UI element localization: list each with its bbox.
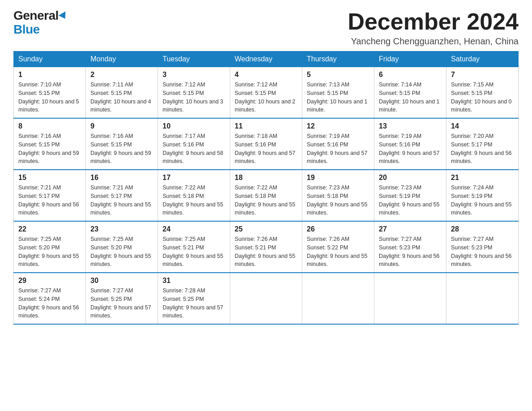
- calendar-day-cell: 8 Sunrise: 7:16 AM Sunset: 5:15 PM Dayli…: [14, 118, 86, 170]
- calendar-day-cell: 17 Sunrise: 7:22 AM Sunset: 5:18 PM Dayl…: [158, 170, 230, 221]
- calendar-day-cell: 30 Sunrise: 7:27 AM Sunset: 5:25 PM Dayl…: [86, 273, 158, 324]
- logo-blue-text: Blue: [13, 22, 40, 36]
- day-info: Sunrise: 7:23 AM Sunset: 5:18 PM Dayligh…: [307, 184, 369, 217]
- calendar-day-cell: [446, 273, 519, 324]
- calendar-day-cell: [302, 273, 374, 324]
- day-info: Sunrise: 7:16 AM Sunset: 5:15 PM Dayligh…: [18, 132, 81, 166]
- logo-arrow-icon: [58, 11, 69, 21]
- day-info: Sunrise: 7:10 AM Sunset: 5:15 PM Dayligh…: [18, 81, 81, 114]
- day-number: 24: [163, 225, 225, 233]
- day-number: 13: [379, 122, 442, 130]
- calendar-day-cell: 9 Sunrise: 7:16 AM Sunset: 5:15 PM Dayli…: [86, 118, 158, 170]
- logo: General Blue: [13, 9, 68, 37]
- calendar-header-tuesday: Tuesday: [158, 51, 230, 67]
- day-number: 10: [163, 122, 225, 130]
- day-number: 21: [451, 174, 514, 182]
- day-number: 25: [235, 225, 297, 233]
- calendar-header-row: SundayMondayTuesdayWednesdayThursdayFrid…: [14, 51, 519, 67]
- day-info: Sunrise: 7:26 AM Sunset: 5:22 PM Dayligh…: [307, 235, 369, 269]
- day-number: 29: [18, 277, 81, 285]
- calendar-header-wednesday: Wednesday: [230, 51, 302, 67]
- day-info: Sunrise: 7:14 AM Sunset: 5:15 PM Dayligh…: [379, 81, 442, 114]
- day-number: 12: [307, 122, 369, 130]
- calendar-week-row: 22 Sunrise: 7:25 AM Sunset: 5:20 PM Dayl…: [14, 221, 519, 273]
- day-info: Sunrise: 7:21 AM Sunset: 5:17 PM Dayligh…: [90, 184, 153, 217]
- calendar-day-cell: 16 Sunrise: 7:21 AM Sunset: 5:17 PM Dayl…: [86, 170, 158, 221]
- calendar-week-row: 15 Sunrise: 7:21 AM Sunset: 5:17 PM Dayl…: [14, 170, 519, 221]
- calendar-week-row: 1 Sunrise: 7:10 AM Sunset: 5:15 PM Dayli…: [14, 67, 519, 119]
- calendar-header-sunday: Sunday: [14, 51, 86, 67]
- calendar-header-saturday: Saturday: [446, 51, 519, 67]
- day-info: Sunrise: 7:26 AM Sunset: 5:21 PM Dayligh…: [235, 235, 297, 269]
- page-header: General Blue December 2024 Yancheng Chen…: [13, 9, 519, 47]
- calendar-day-cell: 15 Sunrise: 7:21 AM Sunset: 5:17 PM Dayl…: [14, 170, 86, 221]
- calendar-day-cell: [374, 273, 446, 324]
- day-info: Sunrise: 7:11 AM Sunset: 5:15 PM Dayligh…: [90, 81, 153, 114]
- day-number: 20: [379, 174, 442, 182]
- day-number: 14: [451, 122, 514, 130]
- day-info: Sunrise: 7:19 AM Sunset: 5:16 PM Dayligh…: [307, 132, 369, 166]
- day-number: 16: [90, 174, 153, 182]
- day-number: 3: [163, 71, 225, 79]
- calendar-day-cell: 21 Sunrise: 7:24 AM Sunset: 5:19 PM Dayl…: [446, 170, 519, 221]
- calendar-day-cell: 19 Sunrise: 7:23 AM Sunset: 5:18 PM Dayl…: [302, 170, 374, 221]
- day-number: 31: [163, 277, 225, 285]
- day-number: 15: [18, 174, 81, 182]
- calendar-week-row: 8 Sunrise: 7:16 AM Sunset: 5:15 PM Dayli…: [14, 118, 519, 170]
- calendar-table: SundayMondayTuesdayWednesdayThursdayFrid…: [13, 51, 519, 325]
- calendar-day-cell: 4 Sunrise: 7:12 AM Sunset: 5:15 PM Dayli…: [230, 67, 302, 119]
- day-number: 8: [18, 122, 81, 130]
- calendar-day-cell: 22 Sunrise: 7:25 AM Sunset: 5:20 PM Dayl…: [14, 221, 86, 273]
- day-number: 28: [451, 225, 514, 233]
- day-info: Sunrise: 7:18 AM Sunset: 5:16 PM Dayligh…: [235, 132, 297, 166]
- calendar-header-monday: Monday: [86, 51, 158, 67]
- day-number: 6: [379, 71, 442, 79]
- day-info: Sunrise: 7:27 AM Sunset: 5:23 PM Dayligh…: [379, 235, 442, 269]
- day-info: Sunrise: 7:19 AM Sunset: 5:16 PM Dayligh…: [379, 132, 442, 166]
- day-info: Sunrise: 7:12 AM Sunset: 5:15 PM Dayligh…: [235, 81, 297, 114]
- calendar-day-cell: 11 Sunrise: 7:18 AM Sunset: 5:16 PM Dayl…: [230, 118, 302, 170]
- title-area: December 2024 Yancheng Chengguanzhen, He…: [348, 9, 519, 47]
- month-title: December 2024: [348, 9, 519, 34]
- day-number: 4: [235, 71, 297, 79]
- day-number: 17: [163, 174, 225, 182]
- day-info: Sunrise: 7:22 AM Sunset: 5:18 PM Dayligh…: [235, 184, 297, 217]
- day-number: 19: [307, 174, 369, 182]
- calendar-day-cell: 29 Sunrise: 7:27 AM Sunset: 5:24 PM Dayl…: [14, 273, 86, 324]
- day-number: 23: [90, 225, 153, 233]
- day-info: Sunrise: 7:27 AM Sunset: 5:25 PM Dayligh…: [90, 287, 153, 320]
- calendar-day-cell: 27 Sunrise: 7:27 AM Sunset: 5:23 PM Dayl…: [374, 221, 446, 273]
- calendar-day-cell: 7 Sunrise: 7:15 AM Sunset: 5:15 PM Dayli…: [446, 67, 519, 119]
- location-text: Yancheng Chengguanzhen, Henan, China: [348, 36, 519, 47]
- day-number: 2: [90, 71, 153, 79]
- day-info: Sunrise: 7:12 AM Sunset: 5:15 PM Dayligh…: [163, 81, 225, 114]
- day-info: Sunrise: 7:25 AM Sunset: 5:21 PM Dayligh…: [163, 235, 225, 269]
- day-number: 1: [18, 71, 81, 79]
- calendar-day-cell: 3 Sunrise: 7:12 AM Sunset: 5:15 PM Dayli…: [158, 67, 230, 119]
- calendar-header-friday: Friday: [374, 51, 446, 67]
- calendar-day-cell: 31 Sunrise: 7:28 AM Sunset: 5:25 PM Dayl…: [158, 273, 230, 324]
- day-number: 18: [235, 174, 297, 182]
- calendar-day-cell: 23 Sunrise: 7:25 AM Sunset: 5:20 PM Dayl…: [86, 221, 158, 273]
- calendar-day-cell: 13 Sunrise: 7:19 AM Sunset: 5:16 PM Dayl…: [374, 118, 446, 170]
- day-info: Sunrise: 7:22 AM Sunset: 5:18 PM Dayligh…: [163, 184, 225, 217]
- day-info: Sunrise: 7:17 AM Sunset: 5:16 PM Dayligh…: [163, 132, 225, 166]
- day-info: Sunrise: 7:27 AM Sunset: 5:24 PM Dayligh…: [18, 287, 81, 320]
- calendar-day-cell: 1 Sunrise: 7:10 AM Sunset: 5:15 PM Dayli…: [14, 67, 86, 119]
- day-info: Sunrise: 7:25 AM Sunset: 5:20 PM Dayligh…: [18, 235, 81, 269]
- day-number: 11: [235, 122, 297, 130]
- day-info: Sunrise: 7:24 AM Sunset: 5:19 PM Dayligh…: [451, 184, 514, 217]
- calendar-day-cell: 14 Sunrise: 7:20 AM Sunset: 5:17 PM Dayl…: [446, 118, 519, 170]
- day-info: Sunrise: 7:23 AM Sunset: 5:19 PM Dayligh…: [379, 184, 442, 217]
- day-number: 5: [307, 71, 369, 79]
- day-number: 9: [90, 122, 153, 130]
- calendar-day-cell: 2 Sunrise: 7:11 AM Sunset: 5:15 PM Dayli…: [86, 67, 158, 119]
- logo-general-text: General: [13, 9, 59, 22]
- calendar-day-cell: 12 Sunrise: 7:19 AM Sunset: 5:16 PM Dayl…: [302, 118, 374, 170]
- calendar-header-thursday: Thursday: [302, 51, 374, 67]
- day-info: Sunrise: 7:28 AM Sunset: 5:25 PM Dayligh…: [163, 287, 225, 320]
- day-info: Sunrise: 7:13 AM Sunset: 5:15 PM Dayligh…: [307, 81, 369, 114]
- day-number: 27: [379, 225, 442, 233]
- day-info: Sunrise: 7:20 AM Sunset: 5:17 PM Dayligh…: [451, 132, 514, 166]
- calendar-day-cell: 5 Sunrise: 7:13 AM Sunset: 5:15 PM Dayli…: [302, 67, 374, 119]
